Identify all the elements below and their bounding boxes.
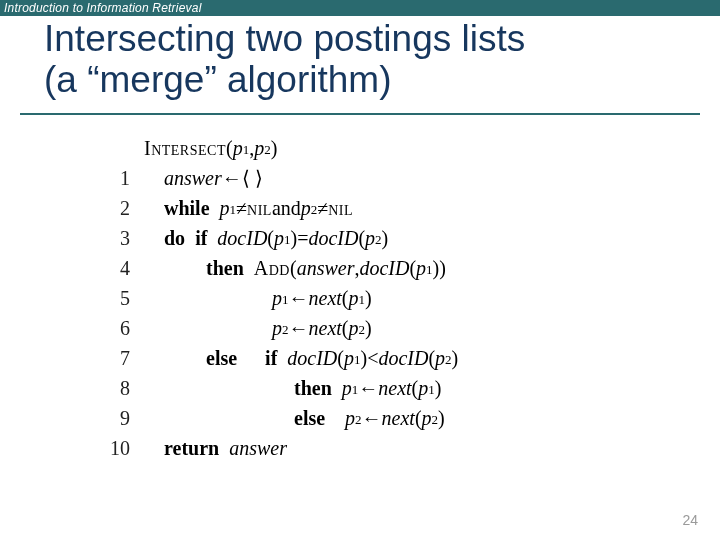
- line-number: 6: [98, 313, 144, 343]
- line-number: 8: [98, 373, 144, 403]
- line-number: 5: [98, 283, 144, 313]
- line-number: 10: [98, 433, 144, 463]
- line-number: 1: [98, 163, 144, 193]
- algo-header: Intersect(p1, p2): [98, 133, 720, 163]
- algo-line-5: 5 p1 ← next(p1): [98, 283, 720, 313]
- algo-line-2: 2 whilep1 ≠ nil and p2 ≠ nil: [98, 193, 720, 223]
- slide-title-line1: Intersecting two postings lists: [44, 18, 720, 59]
- line-number: 7: [98, 343, 144, 373]
- line-number: 2: [98, 193, 144, 223]
- algorithm-block: Intersect(p1, p2) 1 answer ← ⟨ ⟩ 2 while…: [98, 133, 720, 463]
- line-number: 9: [98, 403, 144, 433]
- slide-title-line2: (a “merge” algorithm): [44, 59, 720, 100]
- page-number: 24: [682, 512, 698, 528]
- algo-line-1: 1 answer ← ⟨ ⟩: [98, 163, 720, 193]
- algo-line-3: 3 doifdocID(p1) = docID(p2): [98, 223, 720, 253]
- algo-line-10: 10 returnanswer: [98, 433, 720, 463]
- line-number: 4: [98, 253, 144, 283]
- algo-line-7: 7 elseifdocID(p1) < docID(p2): [98, 343, 720, 373]
- course-banner: Introduction to Information Retrieval: [0, 0, 720, 16]
- line-number: 3: [98, 223, 144, 253]
- algo-line-6: 6 p2 ← next(p2): [98, 313, 720, 343]
- slide: { "banner": "Introduction to Information…: [0, 0, 720, 540]
- func-name: Intersect: [144, 133, 226, 163]
- title-block: Intersecting two postings lists (a “merg…: [0, 16, 720, 109]
- title-divider: [20, 113, 700, 115]
- algo-line-4: 4 thenAdd(answer, docID(p1)): [98, 253, 720, 283]
- algo-line-9: 9 elsep2 ← next(p2): [98, 403, 720, 433]
- algo-line-8: 8 thenp1 ← next(p1): [98, 373, 720, 403]
